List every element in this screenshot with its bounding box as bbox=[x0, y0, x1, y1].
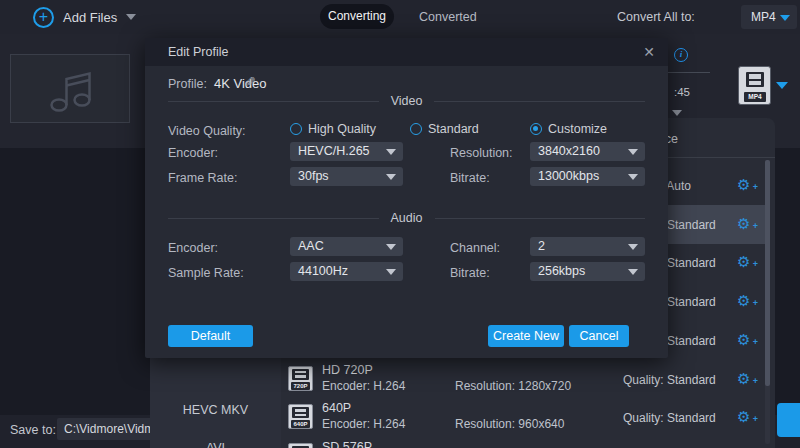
audio-encoder-select[interactable]: AAC bbox=[290, 237, 403, 256]
music-note-icon bbox=[48, 66, 94, 114]
file-row-divider bbox=[668, 72, 710, 73]
profile-name: 640P bbox=[322, 401, 351, 415]
video-bitrate-label: Bitrate: bbox=[450, 171, 490, 185]
convert-all-to-label: Convert All to: bbox=[617, 10, 695, 24]
add-files-plus-icon[interactable]: + bbox=[33, 7, 54, 28]
close-icon[interactable]: ✕ bbox=[640, 43, 658, 61]
popup-scrollbar-thumb[interactable] bbox=[765, 160, 770, 386]
profile-label: Profile: bbox=[168, 77, 207, 91]
format-file-icon: 720P bbox=[288, 366, 313, 391]
chevron-down-icon[interactable] bbox=[672, 110, 682, 116]
format-file-icon: 640P bbox=[288, 404, 313, 429]
convert-all-format-select[interactable]: MP4 bbox=[741, 5, 797, 29]
add-files-caret-icon[interactable] bbox=[126, 14, 136, 20]
profile-row[interactable]: 640P640PEncoder: H.264Resolution: 960x64… bbox=[281, 398, 766, 437]
category-item[interactable]: HEVC MKV bbox=[150, 403, 281, 421]
profile-name-value: 4K Video bbox=[214, 76, 267, 91]
profile-row[interactable]: 720PHD 720PEncoder: H.264Resolution: 128… bbox=[281, 360, 766, 399]
radio-label: High Quality bbox=[308, 122, 376, 136]
channel-select[interactable]: 2 bbox=[530, 237, 645, 256]
film-icon bbox=[746, 72, 764, 87]
radio-icon[interactable] bbox=[410, 123, 422, 135]
app-window: i :45 MP4 + Add Files Converting Convert… bbox=[0, 0, 800, 448]
gear-icon[interactable]: ⚙ bbox=[737, 292, 755, 310]
profile-name: HD 720P bbox=[322, 363, 373, 377]
channel-label: Channel: bbox=[450, 241, 500, 255]
convert-all-format-value: MP4 bbox=[751, 10, 776, 24]
radio-icon[interactable] bbox=[530, 123, 542, 135]
samplerate-select[interactable]: 44100Hz bbox=[290, 262, 403, 281]
profile-resolution: Resolution: 960x640 bbox=[455, 417, 564, 431]
audio-bitrate-label: Bitrate: bbox=[450, 266, 490, 280]
audio-section-title: Audio bbox=[379, 211, 435, 225]
popup-scrollbar[interactable] bbox=[765, 160, 770, 444]
format-icon-label: 640P bbox=[291, 420, 310, 428]
category-item[interactable]: AVI bbox=[150, 441, 281, 448]
video-encoder-select[interactable]: HEVC/H.265 bbox=[290, 142, 403, 161]
resolution-label: Resolution: bbox=[450, 146, 513, 160]
file-thumbnail[interactable] bbox=[10, 54, 130, 123]
video-encoder-label: Encoder: bbox=[168, 146, 218, 160]
create-new-button[interactable]: Create New bbox=[488, 325, 564, 347]
gear-icon[interactable]: ⚙ bbox=[737, 331, 755, 349]
profile-encoder: Encoder: H.264 bbox=[322, 379, 405, 393]
resolution-select[interactable]: 3840x2160 bbox=[530, 142, 645, 161]
format-icon-label: 720P bbox=[291, 382, 310, 390]
gear-icon[interactable]: ⚙ bbox=[737, 215, 755, 233]
film-icon bbox=[292, 369, 309, 380]
profile-resolution: Resolution: 1280x720 bbox=[455, 379, 571, 393]
tab-converting[interactable]: Converting bbox=[320, 4, 394, 29]
edit-pencil-icon[interactable]: ✎ bbox=[244, 74, 256, 90]
radio-label: Customize bbox=[548, 122, 607, 136]
audio-bitrate-select[interactable]: 256kbps bbox=[530, 262, 645, 281]
profile-row[interactable]: SD 576P⚙ bbox=[281, 437, 766, 448]
samplerate-label: Sample Rate: bbox=[168, 266, 244, 280]
video-section-title: Video bbox=[379, 94, 435, 108]
profile-name: SD 576P bbox=[322, 440, 372, 448]
dialog-header: Edit Profile ✕ bbox=[145, 38, 668, 66]
gear-icon[interactable]: ⚙ bbox=[737, 253, 755, 271]
audio-encoder-label: Encoder: bbox=[168, 241, 218, 255]
save-to-label: Save to: bbox=[10, 423, 56, 437]
convert-all-button[interactable] bbox=[777, 403, 800, 437]
tab-converted[interactable]: Converted bbox=[419, 10, 477, 24]
top-toolbar: + Add Files Converting Converted Convert… bbox=[0, 0, 800, 34]
quality-option-high-quality[interactable]: High Quality bbox=[290, 122, 376, 136]
profile-quality: Quality: Standard bbox=[623, 373, 716, 387]
framerate-select[interactable]: 30fps bbox=[290, 167, 403, 186]
audio-section-header: Audio bbox=[168, 211, 645, 225]
cancel-button[interactable]: Cancel bbox=[569, 325, 629, 347]
film-icon bbox=[292, 407, 309, 418]
format-badge: MP4 bbox=[744, 92, 766, 102]
file-info-icon[interactable]: i bbox=[674, 48, 688, 62]
radio-icon[interactable] bbox=[290, 123, 302, 135]
gear-icon[interactable]: ⚙ bbox=[737, 408, 755, 426]
gear-icon[interactable]: ⚙ bbox=[737, 370, 755, 388]
convert-all-caret-icon bbox=[780, 15, 790, 21]
profile-quality: Quality: Standard bbox=[623, 411, 716, 425]
video-section-header: Video bbox=[168, 94, 645, 108]
quality-option-standard[interactable]: Standard bbox=[410, 122, 479, 136]
add-files-button[interactable]: Add Files bbox=[63, 10, 117, 25]
gear-icon[interactable]: ⚙ bbox=[737, 176, 755, 194]
profile-encoder: Encoder: H.264 bbox=[322, 417, 405, 431]
framerate-label: Frame Rate: bbox=[168, 171, 237, 185]
dialog-title: Edit Profile bbox=[168, 45, 228, 59]
default-button[interactable]: Default bbox=[168, 325, 253, 347]
radio-label: Standard bbox=[428, 122, 479, 136]
format-file-icon bbox=[288, 443, 313, 448]
video-quality-label: Video Quality: bbox=[168, 124, 246, 138]
quality-option-customize[interactable]: Customize bbox=[530, 122, 607, 136]
edit-profile-dialog: Edit Profile ✕ Profile: 4K Video ✎ Video… bbox=[145, 38, 668, 358]
video-bitrate-select[interactable]: 13000kbps bbox=[530, 167, 645, 186]
format-dropdown-caret-icon[interactable] bbox=[776, 82, 788, 89]
file-format-button[interactable]: MP4 bbox=[738, 66, 771, 105]
